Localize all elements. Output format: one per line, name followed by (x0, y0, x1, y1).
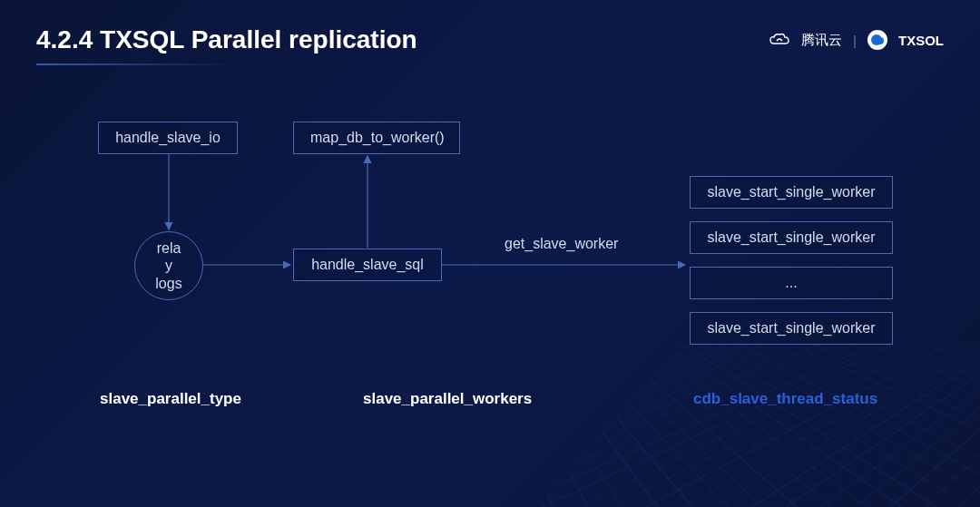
relay-logs-text-2: y (165, 257, 172, 274)
node-worker-1: slave_start_single_worker (690, 176, 893, 209)
slide-title: 4.2.4 TXSQL Parallel replication (36, 25, 417, 54)
relay-logs-text-1: rela (157, 239, 181, 257)
tencent-cloud-label: 腾讯云 (801, 32, 842, 49)
node-worker-n: slave_start_single_worker (690, 312, 893, 345)
slide-header: 4.2.4 TXSQL Parallel replication 腾讯云 | T… (36, 25, 944, 54)
node-map-db-to-worker: map_db_to_worker() (293, 122, 460, 154)
edge-label-get-slave-worker: get_slave_worker (505, 236, 618, 252)
tencent-cloud-icon (769, 32, 790, 48)
footer-label-center: slave_parallel_workers (363, 390, 532, 408)
footer-label-left: slave_parallel_type (100, 390, 241, 408)
brand-divider: | (853, 33, 857, 48)
node-worker-2: slave_start_single_worker (690, 221, 893, 254)
relay-logs-text-3: logs (155, 275, 181, 292)
footer-label-right: cdb_slave_thread_status (693, 390, 877, 408)
node-handle-slave-sql: handle_slave_sql (293, 249, 442, 281)
brand-logos: 腾讯云 | TXSOL (769, 30, 944, 50)
product-label: TXSOL (898, 33, 944, 48)
title-underline (36, 63, 236, 65)
node-handle-slave-io: handle_slave_io (98, 122, 238, 154)
node-worker-ellipsis: ... (690, 267, 893, 299)
txsol-icon (867, 30, 887, 50)
node-relay-logs: rela y logs (134, 231, 203, 300)
